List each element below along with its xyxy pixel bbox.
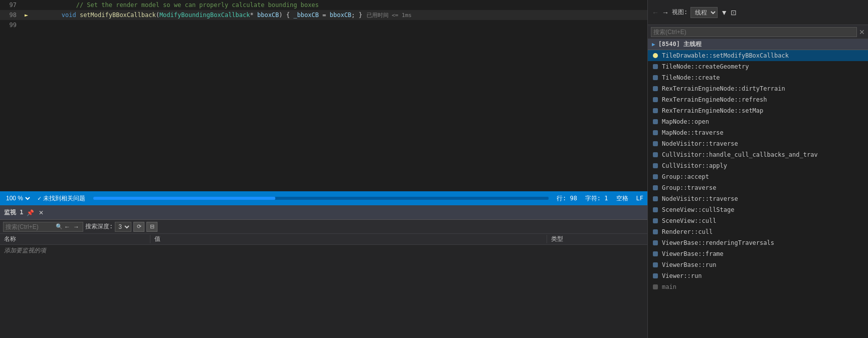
stack-item-1[interactable]: TileDrawable::setModifyBBoxCallback: [648, 50, 868, 61]
zoom-select[interactable]: 100 %: [4, 194, 32, 202]
stack-item-8[interactable]: MapNode::traverse: [648, 127, 868, 138]
stack-item-6[interactable]: RexTerrainEngineNode::setMap: [648, 105, 868, 116]
scrollbar-horizontal[interactable]: [93, 197, 549, 200]
space-info: 空格: [616, 194, 628, 203]
stack-item-17[interactable]: Renderer::cull: [648, 226, 868, 237]
zoom-item[interactable]: 100 %: [4, 194, 32, 202]
watch-table-header: 名称 值 类型: [0, 234, 647, 245]
stack-icon-7: [652, 118, 659, 125]
stack-text-9: NodeVisitor::traverse: [662, 140, 738, 147]
line-number-99: 99: [2, 22, 25, 29]
stack-item-5[interactable]: RexTerrainEngineNode::refresh: [648, 94, 868, 105]
stack-text-15: SceneView::cullStage: [662, 206, 735, 213]
right-nav-forward-button[interactable]: →: [662, 9, 669, 17]
watch-table: 名称 值 类型 添加要监视的项: [0, 234, 647, 338]
stack-text-20: ViewerBase::run: [662, 261, 716, 268]
stack-item-11[interactable]: CullVisitor::apply: [648, 160, 868, 171]
watch-add-row[interactable]: 添加要监视的项: [0, 245, 647, 256]
right-search-bar: ✕: [648, 25, 868, 39]
stack-item-9[interactable]: NodeVisitor::traverse: [648, 138, 868, 149]
right-search-go-button[interactable]: ✕: [859, 28, 865, 36]
stack-item-7[interactable]: MapNode::open: [648, 116, 868, 127]
stack-text-19: ViewerBase::frame: [662, 250, 724, 257]
line-number-98: 98: [2, 12, 25, 19]
fn-name: setModifyBBoxCallback: [80, 12, 156, 19]
var-member: _bboxCB: [293, 12, 319, 19]
left-panel: 97 // Set the render model so we can pro…: [0, 0, 647, 338]
watch-nav-forward-button[interactable]: →: [72, 223, 81, 231]
watch-nav-back-button[interactable]: ←: [63, 223, 72, 231]
stack-item-12[interactable]: Group::accept: [648, 171, 868, 182]
stack-item-10[interactable]: CullVisitor::handle_cull_callbacks_and_t…: [648, 149, 868, 160]
stack-text-2: TileNode::createGeometry: [662, 63, 749, 70]
stack-icon-22: [652, 283, 659, 290]
stack-item-20[interactable]: ViewerBase::run: [648, 259, 868, 270]
watch-search-box[interactable]: 🔍 ← →: [3, 222, 83, 232]
depth-label: 搜索深度:: [85, 222, 113, 231]
right-panel: ← → 视图: 线程 ▼ ⊡ ✕ ▶ [8540] 主线程 TileDrawab…: [647, 0, 868, 338]
col-value-header: 值: [150, 235, 547, 243]
kw-void: void: [62, 12, 80, 19]
encoding-info: LF: [636, 195, 643, 202]
type-name: ModifyBoundingBoxCallback: [159, 12, 250, 19]
stack-icon-21: [652, 272, 659, 279]
stack-item-22[interactable]: main: [648, 281, 868, 292]
stack-item-13[interactable]: Group::traverse: [648, 182, 868, 193]
stack-item-3[interactable]: TileNode::create: [648, 72, 868, 83]
stack-text-21: Viewer::run: [662, 272, 702, 279]
var-param: bboxCB: [329, 12, 351, 19]
var-bbox: bboxCB: [257, 12, 279, 19]
watch-panel: 监视 1 📌 ✕ 🔍 ← → 搜索深度: 3 ⟳ ⊟ 名称 值 类型: [0, 205, 647, 338]
stack-icon-2: [652, 63, 659, 70]
watch-pin-button[interactable]: 📌: [26, 209, 34, 217]
watch-search-input[interactable]: [6, 223, 56, 230]
stack-item-14[interactable]: NodeVisitor::traverse: [648, 193, 868, 204]
line-info: 行: 98: [557, 194, 577, 203]
depth-select[interactable]: 3: [115, 222, 131, 232]
line-time-98: 已用时间 <= 1ms: [367, 12, 412, 19]
stack-text-16: SceneView::cull: [662, 217, 716, 224]
stack-item-2[interactable]: TileNode::createGeometry: [648, 61, 868, 72]
view-label: 视图:: [672, 8, 687, 17]
stack-icon-6: [652, 107, 659, 114]
watch-search-icon-button[interactable]: 🔍: [56, 223, 63, 230]
stack-icon-16: [652, 217, 659, 224]
stack-text-1: TileDrawable::setModifyBBoxCallback: [662, 52, 789, 59]
thread-header: ▶ [8540] 主线程: [648, 39, 868, 50]
call-stack-list[interactable]: TileDrawable::setModifyBBoxCallbackTileN…: [648, 50, 868, 338]
stack-icon-9: [652, 140, 659, 147]
stack-icon-12: [652, 173, 659, 180]
stack-icon-3: [652, 74, 659, 81]
stack-text-4: RexTerrainEngineNode::dirtyTerrain: [662, 85, 785, 92]
stack-item-21[interactable]: Viewer::run: [648, 270, 868, 281]
stack-item-4[interactable]: RexTerrainEngineNode::dirtyTerrain: [648, 83, 868, 94]
external-link-button[interactable]: ⊡: [731, 9, 737, 17]
op-end: ; }: [352, 12, 363, 19]
status-ok-icon: ✓: [38, 195, 41, 202]
stack-item-16[interactable]: SceneView::cull: [648, 215, 868, 226]
scrollbar-thumb: [93, 197, 275, 200]
op-close: ) {: [279, 12, 293, 19]
watch-title: 监视 1: [4, 208, 23, 217]
stack-icon-17: [652, 228, 659, 235]
watch-close-button[interactable]: ✕: [37, 209, 45, 217]
op-star: *: [250, 12, 257, 19]
stack-item-18[interactable]: ViewerBase::renderingTraversals: [648, 237, 868, 248]
right-search-input[interactable]: [651, 27, 857, 37]
view-select[interactable]: 线程: [690, 7, 718, 18]
watch-refresh-button[interactable]: ⟳: [133, 222, 144, 232]
col-name-header: 名称: [0, 235, 150, 243]
status-ok: ✓ 未找到相关问题: [38, 194, 85, 203]
stack-text-10: CullVisitor::handle_cull_callbacks_and_t…: [662, 151, 818, 158]
stack-item-15[interactable]: SceneView::cullStage: [648, 204, 868, 215]
filter-button[interactable]: ▼: [721, 9, 728, 17]
char-info: 字符: 1: [585, 194, 608, 203]
stack-text-14: NodeVisitor::traverse: [662, 195, 738, 202]
right-nav-back-button[interactable]: ←: [652, 9, 659, 17]
thread-icon: ▶: [652, 41, 655, 48]
stack-item-19[interactable]: ViewerBase::frame: [648, 248, 868, 259]
watch-collapse-button[interactable]: ⊟: [146, 222, 157, 232]
stack-text-22: main: [662, 283, 676, 290]
thread-title: [8540] 主线程: [658, 40, 702, 49]
right-top-bar: ← → 视图: 线程 ▼ ⊡: [648, 0, 868, 25]
